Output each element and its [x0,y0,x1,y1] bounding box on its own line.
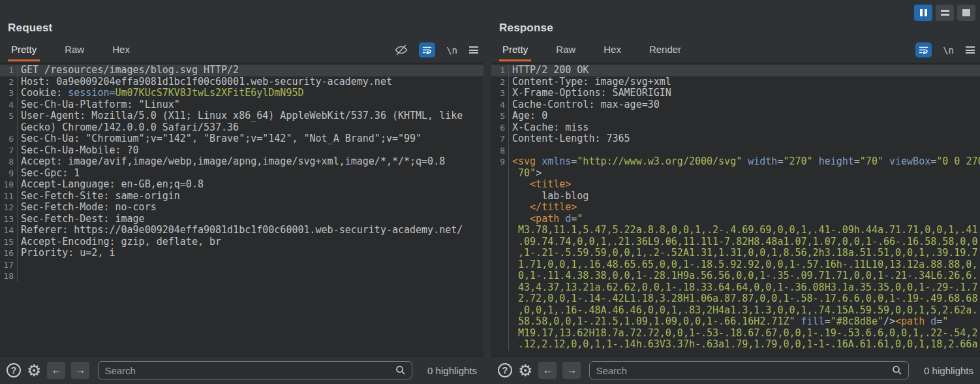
code-line[interactable]: 1HTTP/2 200 OK [491,65,980,76]
code-line[interactable]: 5Age: 0 [491,110,980,122]
code-line[interactable]: 13Sec-Fetch-Dest: image [0,214,483,225]
search-next-button[interactable]: → [562,362,581,379]
line-number [491,259,509,271]
code-line[interactable]: Gecko) Chrome/142.0.0.0 Safari/537.36 [0,122,483,134]
code-line[interactable]: ,0,0,1,.16-.48A.46.46,0,0,1,.83,2H4a1.3,… [491,305,980,317]
line-number: 15 [0,236,18,248]
code-line[interactable]: 2Host: 0a9e009204effa9081d1bc1f00c60001.… [0,76,483,88]
line-number [491,191,509,202]
code-line[interactable]: 9<svg xmlns="http://www.w3.org/2000/svg"… [491,156,980,168]
tab-hex[interactable]: Hex [600,40,624,61]
code-line[interactable]: 11Sec-Fetch-Site: same-origin [0,191,483,202]
code-text: .09.74.74,0,0,1,.21.36L9.06,11.1l1-7.82H… [509,236,977,248]
code-line[interactable]: ,1-.21-.5.59.59,0,0,1,.2-.52A1.31,1.31,0… [491,248,980,259]
code-text: 43,4.37,13.21a.62.62,0,0,1-.18.33.64.64,… [509,282,977,294]
code-line[interactable]: 18 [0,270,483,282]
code-line[interactable]: 3X-Frame-Options: SAMEORIGIN [491,88,980,99]
code-line[interactable]: </title> [491,202,980,214]
editor-menu-icon[interactable] [468,46,478,54]
code-line[interactable]: 1.71,0,0,1,.16.48.65.65,0,0,1-.18.5.92.9… [491,259,980,271]
settings-gear-icon[interactable]: ⚙ [27,362,41,379]
settings-gear-icon[interactable]: ⚙ [518,362,532,379]
code-text: HTTP/2 200 OK [509,65,589,76]
tab-raw[interactable]: Raw [61,40,87,61]
code-line[interactable]: 2Content-Type: image/svg+xml [491,76,980,88]
code-line[interactable]: 14Referer: https://0a9e009204effa9081d1b… [0,225,483,236]
tab-raw[interactable]: Raw [553,40,579,61]
help-icon[interactable]: ? [7,363,21,377]
response-search-bar: ? ⚙ ← → Search 0 highlights [491,356,980,384]
word-wrap-icon[interactable] [419,42,435,57]
code-line[interactable]: 1GET /resources/images/blog.svg HTTP/2 [0,65,483,76]
code-line[interactable]: 17 [0,259,483,271]
code-line[interactable]: M19.17,13.62H18.7a.72.72,0,0,1-.53-.18.6… [491,328,980,340]
line-number [491,202,509,214]
response-panel-title: Response [499,22,553,35]
line-number: 4 [0,99,18,111]
code-line[interactable]: 3Cookie: session=Um07KUcS7KV8JtwLs2XFitE… [0,88,483,99]
code-line[interactable]: .09.74.74,0,0,1,.21.36L9.06,11.1l1-7.82H… [491,236,980,248]
request-editor[interactable]: 1GET /resources/images/blog.svg HTTP/22H… [0,63,483,356]
newline-toggle-icon[interactable]: \n [943,45,954,56]
code-line[interactable]: lab-blog [491,191,980,202]
line-number: 7 [0,145,18,157]
code-text: ,0,0,1,.16-.48A.46.46,0,0,1,.83,2H4a1.3,… [509,305,977,317]
code-text: Cookie: session=Um07KUcS7KV8JtwLs2XFitE6… [18,88,303,99]
request-search-input[interactable]: Search [98,361,412,379]
code-line[interactable]: 6X-Cache: miss [491,122,980,134]
code-line[interactable]: 0,1-.11.4.38.38,0,0,1-.28.1H9a.56.56,0,0… [491,270,980,282]
code-line[interactable]: <title> [491,179,980,191]
code-text: 70"> [509,168,542,180]
newline-toggle-icon[interactable]: \n [446,45,457,56]
response-editor-toolbar: \n [915,42,975,61]
code-line[interactable]: 10Accept-Language: en-GB,en;q=0.8 [0,179,483,191]
code-line[interactable]: 15Accept-Encoding: gzip, deflate, br [0,236,483,248]
line-number: 18 [0,270,18,282]
tab-pretty[interactable]: Pretty [8,40,40,61]
response-search-input[interactable]: Search [589,361,909,379]
response-panel: Response PrettyRawHexRender \n 1HTTP/2 2… [491,0,980,384]
help-icon[interactable]: ? [498,363,512,377]
code-line[interactable]: 2.72,0,0,1-.14-.42L1.18,3.28H1.06a.87.87… [491,293,980,305]
code-line[interactable]: M3.78,11.1,5.47,5.22a.8.8,0,0,1,.2-.4.69… [491,225,980,236]
code-text: Priority: u=2, i [18,248,115,259]
tab-hex[interactable]: Hex [109,40,133,61]
code-line[interactable]: 7Content-Length: 7365 [491,133,980,145]
response-tab-row: PrettyRawHexRender \n [499,40,975,61]
word-wrap-icon[interactable] [915,42,932,57]
code-text: Sec-Ch-Ua-Platform: "Linux" [18,99,180,111]
code-line[interactable]: 58.58,0,0,1-.21.5,1.09,1.09,0,0,1-.66.16… [491,316,980,328]
code-line[interactable]: 7Sec-Ch-Ua-Mobile: ?0 [0,145,483,157]
code-line[interactable]: 43,4.37,13.21a.62.62,0,0,1-.18.33.64.64,… [491,282,980,294]
code-line[interactable]: 12Sec-Fetch-Mode: no-cors [0,202,483,214]
code-line[interactable]: 4Sec-Ch-Ua-Platform: "Linux" [0,99,483,111]
code-text: Sec-Fetch-Site: same-origin [18,191,180,202]
search-next-button[interactable]: → [71,362,89,379]
code-line[interactable]: <path d=" [491,214,980,225]
code-text: 1.71,0,0,1,.16.48.65.65,0,0,1-.18.5.92.9… [509,259,977,271]
code-line[interactable]: 8Accept: image/avif,image/webp,image/apn… [0,156,483,168]
search-icon [892,365,902,376]
line-number [491,305,509,317]
code-line[interactable]: 8 [491,145,980,157]
tab-render[interactable]: Render [646,40,684,61]
search-prev-button[interactable]: ← [47,362,65,379]
line-number: 11 [0,191,18,202]
tab-pretty[interactable]: Pretty [499,40,531,61]
hide-nonprinting-icon[interactable] [395,44,408,56]
code-text: Age: 0 [509,110,547,122]
editor-menu-icon[interactable] [965,46,975,54]
code-text: Sec-Gpc: 1 [18,168,80,180]
code-line[interactable]: 70"> [491,168,980,180]
code-line[interactable]: .12,2.12,0,0,1,1-.14h.63V3.37h-.63a1.79,… [491,339,980,351]
search-prev-button[interactable]: ← [538,362,557,379]
code-line[interactable]: 9Sec-Gpc: 1 [0,168,483,180]
code-line[interactable]: 6Sec-Ch-Ua: "Chromium";v="142", "Brave";… [0,133,483,145]
search-icon [395,365,406,376]
line-number: 1 [0,65,18,76]
code-text [18,259,21,271]
code-line[interactable]: 5User-Agent: Mozilla/5.0 (X11; Linux x86… [0,110,483,122]
code-line[interactable]: 16Priority: u=2, i [0,248,483,259]
response-editor[interactable]: 1HTTP/2 200 OK2Content-Type: image/svg+x… [491,63,980,356]
code-line[interactable]: 4Cache-Control: max-age=30 [491,99,980,111]
